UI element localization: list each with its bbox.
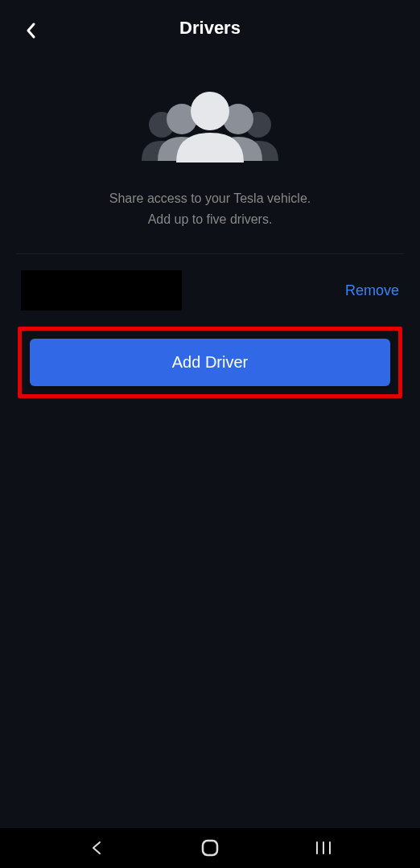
nav-home-button[interactable] xyxy=(194,832,226,864)
svg-rect-5 xyxy=(203,841,217,855)
chevron-left-icon xyxy=(25,21,38,40)
nav-home-icon xyxy=(200,838,220,858)
driver-list-item: Remove xyxy=(0,254,420,327)
page-title: Drivers xyxy=(13,18,407,39)
nav-recents-icon xyxy=(315,841,332,855)
drivers-group-icon xyxy=(130,88,290,169)
header: Drivers xyxy=(0,0,420,56)
nav-back-button[interactable] xyxy=(80,832,113,864)
hero-text: Share access to your Tesla vehicle. Add … xyxy=(109,188,311,229)
driver-name-redacted xyxy=(21,270,182,311)
hero-section: Share access to your Tesla vehicle. Add … xyxy=(0,56,420,253)
add-driver-button[interactable]: Add Driver xyxy=(30,339,390,386)
back-button[interactable] xyxy=(19,19,43,43)
highlight-annotation: Add Driver xyxy=(18,327,402,398)
hero-line-2: Add up to five drivers. xyxy=(109,209,311,230)
remove-driver-link[interactable]: Remove xyxy=(345,282,399,299)
nav-back-icon xyxy=(89,840,105,856)
nav-recents-button[interactable] xyxy=(307,832,340,864)
svg-point-4 xyxy=(191,92,229,130)
system-nav-bar xyxy=(0,828,420,868)
hero-line-1: Share access to your Tesla vehicle. xyxy=(109,188,311,209)
